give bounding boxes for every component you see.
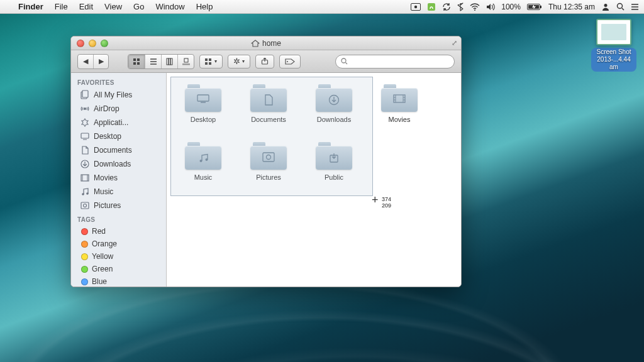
column-view-button[interactable] bbox=[161, 55, 177, 69]
battery-percent[interactable]: 100% bbox=[501, 3, 521, 11]
share-button[interactable] bbox=[255, 55, 274, 69]
tags-button[interactable] bbox=[279, 55, 301, 69]
sidebar-item-label: Documents bbox=[94, 146, 132, 155]
nav-buttons: ◀ ▶ bbox=[77, 54, 109, 69]
sidebar-item-label: Movies bbox=[94, 173, 118, 182]
sidebar-item-documents[interactable]: Documents bbox=[71, 143, 166, 157]
forward-button[interactable]: ▶ bbox=[93, 55, 108, 69]
tag-label: Blue bbox=[92, 277, 107, 286]
svg-line-33 bbox=[346, 63, 348, 65]
sidebar-item-downloads[interactable]: Downloads bbox=[71, 157, 166, 171]
folder-movies[interactable]: Movies bbox=[367, 80, 432, 138]
menubar: Finder File Edit View Go Window Help 100… bbox=[0, 0, 644, 14]
desktop-screenshot-file[interactable]: Screen Shot2013-...4.44 am bbox=[591, 19, 636, 72]
menu-help[interactable]: Help bbox=[191, 0, 219, 14]
movies-icon bbox=[80, 173, 90, 183]
svg-point-3 bbox=[474, 9, 475, 11]
menu-view[interactable]: View bbox=[99, 0, 128, 14]
svg-point-58 bbox=[206, 158, 208, 161]
folder-icon bbox=[250, 84, 287, 112]
icon-view-button[interactable] bbox=[128, 55, 145, 69]
home-icon bbox=[251, 40, 260, 47]
pictures-icon bbox=[80, 200, 90, 211]
menu-file[interactable]: File bbox=[49, 0, 74, 14]
sidebar-item-all-my-files[interactable]: All My Files bbox=[71, 88, 166, 102]
svg-rect-23 bbox=[184, 58, 188, 62]
menu-app[interactable]: Finder bbox=[13, 0, 49, 14]
menubar-right: 100% Thu 12:35 am bbox=[411, 3, 639, 11]
folder-label: Movies bbox=[389, 116, 411, 123]
tag-label: Green bbox=[92, 265, 113, 273]
svg-rect-47 bbox=[197, 95, 209, 101]
desktop-icon bbox=[80, 131, 90, 141]
minimize-button[interactable] bbox=[89, 40, 96, 47]
svg-point-7 bbox=[604, 4, 608, 7]
svg-point-31 bbox=[287, 61, 288, 62]
sidebar-tag-blue[interactable]: Blue bbox=[71, 275, 166, 287]
sidebar-item-music[interactable]: Music bbox=[71, 185, 166, 199]
svg-rect-14 bbox=[137, 58, 140, 61]
sidebar-item-pictures[interactable]: Pictures bbox=[71, 199, 166, 212]
zoom-button[interactable] bbox=[101, 40, 108, 47]
fullscreen-button[interactable]: ⤢ bbox=[452, 39, 457, 47]
list-view-button[interactable] bbox=[145, 55, 161, 69]
sidebar-item-label: Applicati... bbox=[94, 118, 128, 127]
sidebar-item-label: AirDrop bbox=[94, 104, 119, 113]
sidebar-item-airdrop[interactable]: AirDrop bbox=[71, 102, 166, 116]
sync-icon[interactable] bbox=[442, 3, 451, 11]
file-label: Screen Shot2013-...4.44 am bbox=[591, 48, 636, 72]
menu-go[interactable]: Go bbox=[128, 0, 150, 14]
menu-edit[interactable]: Edit bbox=[74, 0, 99, 14]
svg-rect-59 bbox=[263, 153, 274, 162]
sidebar-tag-orange[interactable]: Orange bbox=[71, 238, 166, 250]
all-my-files-icon bbox=[80, 90, 90, 100]
volume-icon[interactable] bbox=[486, 3, 495, 11]
sidebar-tag-green[interactable]: Green bbox=[71, 263, 166, 275]
close-button[interactable] bbox=[77, 40, 84, 47]
svg-rect-28 bbox=[205, 62, 208, 65]
svg-rect-35 bbox=[82, 90, 88, 97]
clock[interactable]: Thu 12:35 am bbox=[548, 3, 595, 11]
bluetooth-icon[interactable] bbox=[457, 3, 464, 11]
wifi-icon[interactable] bbox=[470, 3, 480, 11]
search-icon bbox=[341, 58, 348, 65]
coverflow-view-button[interactable] bbox=[177, 55, 194, 69]
notification-center-icon[interactable] bbox=[631, 3, 639, 11]
app-status-icon[interactable] bbox=[427, 3, 436, 11]
screenshot-crosshair: + 374209 bbox=[372, 195, 379, 204]
sidebar-item-label: Music bbox=[94, 187, 113, 196]
music-icon bbox=[80, 187, 90, 197]
sidebar-item-label: Desktop bbox=[94, 132, 121, 141]
spotlight-icon[interactable] bbox=[616, 3, 625, 11]
sidebar-tag-yellow[interactable]: Yellow bbox=[71, 250, 166, 263]
tag-dot-icon bbox=[81, 228, 88, 235]
svg-rect-37 bbox=[81, 133, 89, 138]
sidebar-item-movies[interactable]: Movies bbox=[71, 171, 166, 185]
folder-icon bbox=[185, 142, 221, 170]
action-button[interactable]: ✲▾ bbox=[228, 55, 250, 69]
svg-line-9 bbox=[622, 8, 624, 10]
svg-rect-16 bbox=[137, 62, 140, 65]
sidebar-item-label: Downloads bbox=[94, 160, 131, 168]
screen-record-icon[interactable] bbox=[411, 3, 421, 11]
battery-icon[interactable] bbox=[527, 3, 542, 11]
menu-window[interactable]: Window bbox=[150, 0, 190, 14]
svg-point-8 bbox=[618, 4, 623, 9]
titlebar[interactable]: home ⤢ bbox=[71, 36, 461, 50]
user-icon[interactable] bbox=[601, 3, 610, 11]
content-area[interactable]: DesktopDocumentsDownloadsMoviesMusicPict… bbox=[167, 73, 461, 287]
back-button[interactable]: ◀ bbox=[78, 55, 93, 69]
search-field[interactable] bbox=[335, 55, 455, 69]
sidebar-item-desktop[interactable]: Desktop bbox=[71, 129, 166, 143]
arrange-button[interactable]: ▾ bbox=[199, 55, 223, 69]
svg-point-60 bbox=[267, 155, 271, 160]
svg-rect-5 bbox=[540, 6, 541, 8]
folder-icon bbox=[185, 84, 221, 112]
svg-rect-27 bbox=[209, 58, 211, 61]
search-input[interactable] bbox=[351, 58, 449, 65]
window-title: home bbox=[71, 39, 461, 48]
sidebar-item-applications[interactable]: Applicati... bbox=[71, 116, 166, 129]
window-controls bbox=[71, 40, 108, 47]
crosshair-icon: + bbox=[372, 194, 379, 206]
sidebar-tag-red[interactable]: Red bbox=[71, 225, 166, 238]
